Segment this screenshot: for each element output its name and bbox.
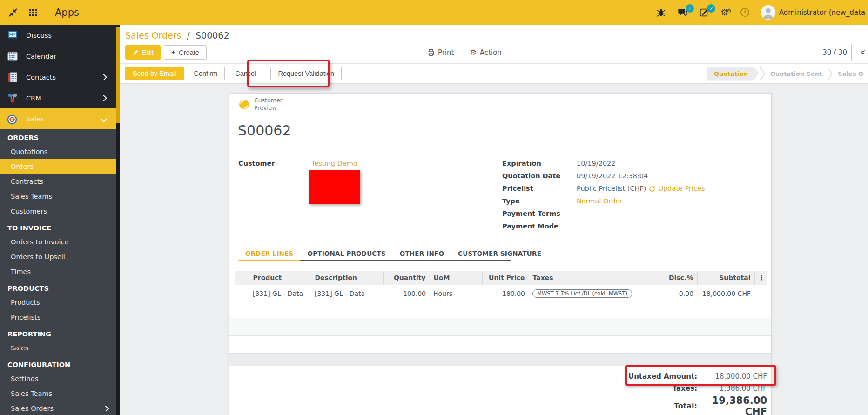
top-bar: Apps 1 2 ⚙⚙ Administrator (new_data [0,0,868,25]
breadcrumb-current: S00062 [195,30,229,40]
left-field-group: Customer Testing Demo [238,157,448,233]
payment-mode-value [572,220,707,233]
sidebar-item-orders-to-upsell[interactable]: Orders to Upsell [0,249,116,264]
sidebar-scrollbar-thumb[interactable] [116,27,120,123]
sidebar-item-orders-to-invoice[interactable]: Orders to Invoice [0,234,116,249]
sidebar-item-config-sales-teams[interactable]: Sales Teams [0,386,116,401]
sidebar-item-customers[interactable]: Customers [0,204,116,219]
stage-quotation[interactable]: Quotation [707,67,759,81]
content-area: CustomerPreview S00062 Customer Testing … [120,84,868,415]
update-prices-link[interactable]: Update Prices [658,182,705,195]
column-subtotal[interactable]: Subtotal [697,271,754,285]
settings-gears-icon[interactable]: ⚙⚙ [720,8,732,17]
notebook-tabs: ORDER LINES OPTIONAL PRODUCTS OTHER INFO… [238,248,511,261]
table-row[interactable]: [331] GL - Data [331] GL - Data 100.00 H… [235,285,767,302]
column-unit-price[interactable]: Unit Price [482,271,529,285]
cell-product[interactable]: [331] GL - Data [249,285,311,302]
sidebar-item-products[interactable]: Products [0,295,116,310]
cell-taxes[interactable]: MWST 7.7% Lief./DL (exkl. MWST) [529,285,658,302]
menu-item-label: Customers [11,204,47,219]
column-description[interactable]: Description [311,271,383,285]
user-menu[interactable]: Administrator (new_data [779,8,865,17]
column-uom[interactable]: UoM [430,271,482,285]
sidebar-item-sales-report[interactable]: Sales [0,341,116,355]
sidebar-item-orders[interactable]: Orders [0,159,116,174]
field-value-empty [307,204,448,232]
field-label-pricelist: Pricelist [502,182,572,195]
action-button[interactable]: ⚙ Action [470,48,502,57]
column-handle [235,271,249,285]
column-taxes[interactable]: Taxes [529,271,658,285]
stage-quotation-sent[interactable]: Quotation Sent [766,70,827,77]
request-validation-button[interactable]: Request Validation [270,67,342,80]
field-label-quotation-date: Quotation Date [502,170,572,182]
sidebar-item-contacts[interactable]: Contacts [0,67,116,87]
sidebar-item-calendar[interactable]: Calendar [0,46,116,67]
table-header-row: Product Description Quantity UoM Unit Pr… [235,271,767,285]
sidebar-item-sales[interactable]: Sales [0,108,116,129]
pager-previous-button[interactable]: < [851,44,868,61]
menu-item-label: Orders to Invoice [11,234,68,249]
column-product[interactable]: Product [249,271,311,285]
confirm-button[interactable]: Confirm [187,67,225,80]
cancel-button[interactable]: Cancel [228,67,263,80]
empty-section-strip [229,353,771,366]
sidebar-item-times[interactable]: Times [0,264,116,279]
menu-section-header: REPORTING [0,328,116,341]
clock-icon[interactable] [740,7,750,17]
create-button[interactable]: + Create [164,45,207,60]
stage-sales-order[interactable]: Sales O [833,70,868,77]
debug-bug-icon[interactable] [656,7,666,17]
cell-disc[interactable]: 0.00 [658,285,697,302]
stage-separator-icon [827,67,833,81]
breadcrumb: Sales Orders / S00062 [120,25,868,41]
tab-order-lines[interactable]: ORDER LINES [238,248,300,261]
apps-grid-icon[interactable] [29,8,37,17]
user-avatar[interactable] [761,5,775,20]
breadcrumb-parent-link[interactable]: Sales Orders [125,30,182,40]
sidebar-item-pricelists[interactable]: Pricelists [0,310,116,325]
cell-description[interactable]: [331] GL - Data [311,285,383,302]
status-pipeline: Quotation Quotation Sent Sales O [707,64,868,83]
field-groups: Customer Testing Demo Expiration 10/19/2… [229,157,771,233]
messages-icon[interactable]: 1 [677,7,688,18]
tab-optional-products[interactable]: OPTIONAL PRODUCTS [300,248,392,260]
globe-icon [239,99,249,110]
tab-customer-signature[interactable]: CUSTOMER SIGNATURE [451,248,548,260]
print-button[interactable]: Print [427,48,454,57]
sidebar-item-discuss[interactable]: Discuss [0,25,116,46]
sidebar-item-settings[interactable]: Settings [0,371,116,386]
field-label-payment-terms: Payment Terms [502,208,572,220]
sidebar-item-sales-teams[interactable]: Sales Teams [0,189,116,204]
sidebar-item-label: Discuss [26,32,52,39]
optional-columns-icon[interactable]: ⋮ [754,271,767,285]
customer-value-link[interactable]: Testing Demo [307,157,448,170]
sidebar-item-contracts[interactable]: Contracts [0,174,116,189]
edit-button[interactable]: Edit [125,45,161,60]
cell-uom[interactable]: Hours [430,285,482,302]
chevron-right-icon [101,94,107,101]
type-value-link[interactable]: Normal Order [572,195,707,208]
cell-quantity[interactable]: 100.00 [383,285,430,302]
column-quantity[interactable]: Quantity [383,271,430,285]
sidebar-scrollbar[interactable] [116,25,120,415]
taxes-value: 1,386.00 CHF [697,384,767,393]
collapse-menu-icon[interactable] [8,8,18,17]
activities-compose-icon[interactable]: 2 [699,7,709,18]
topbar-left: Apps [0,7,79,18]
tax-badge: MWST 7.7% Lief./DL (exkl. MWST) [532,289,632,298]
sidebar-item-crm[interactable]: CRM [0,87,116,108]
cell-unit-price[interactable]: 180.00 [482,285,529,302]
taxes-row: Taxes: 1,386.00 CHF [627,382,767,395]
column-disc[interactable]: Disc.% [658,271,697,285]
sidebar-item-quotations[interactable]: Quotations [0,144,116,159]
totals-block: Untaxed Amount: 18,000.00 CHF Taxes: 1,3… [627,370,767,414]
sidebar-item-config-sales-orders[interactable]: Sales Orders [0,401,116,415]
untaxed-amount-label: Untaxed Amount: [628,372,697,381]
cell-subtotal[interactable]: 18,000.00 CHF [697,285,754,302]
send-by-email-button[interactable]: Send by Email [125,67,184,80]
customer-preview-button[interactable]: CustomerPreview [229,94,329,115]
tab-other-info[interactable]: OTHER INFO [393,248,451,260]
edit-button-label: Edit [142,49,154,56]
refresh-icon[interactable] [649,186,655,192]
